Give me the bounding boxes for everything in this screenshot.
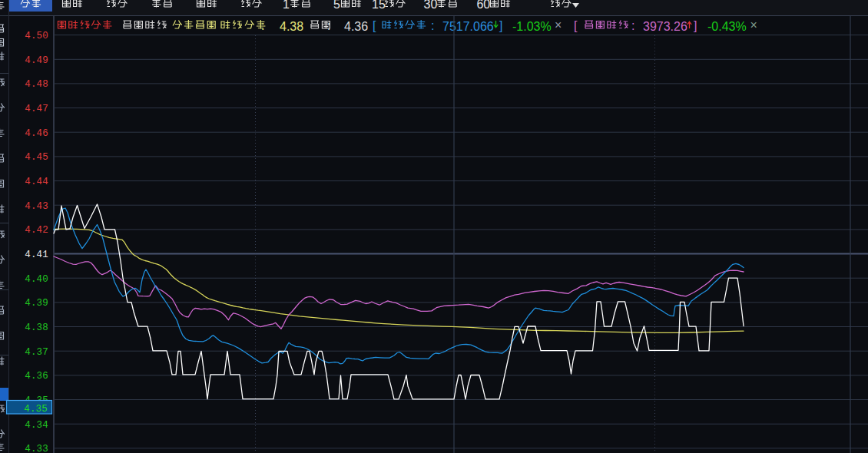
svg-text:4.34: 4.34 — [25, 420, 48, 431]
svg-text:4.42: 4.42 — [25, 225, 48, 236]
svg-text:4.47: 4.47 — [25, 104, 48, 114]
svg-text:4.36: 4.36 — [25, 371, 48, 382]
svg-text:4.50: 4.50 — [25, 31, 48, 41]
svg-text:4.46: 4.46 — [25, 128, 48, 139]
svg-text:4.45: 4.45 — [25, 152, 48, 163]
svg-text:4.37: 4.37 — [25, 347, 48, 358]
svg-text:4.44: 4.44 — [25, 177, 48, 187]
svg-text:4.39: 4.39 — [25, 298, 48, 309]
svg-text:4.40: 4.40 — [25, 274, 48, 285]
svg-text:4.35: 4.35 — [24, 404, 48, 415]
svg-text:4.38: 4.38 — [25, 322, 48, 333]
svg-text:4.48: 4.48 — [25, 79, 48, 90]
svg-text:4.41: 4.41 — [25, 250, 48, 260]
svg-text:4.33: 4.33 — [25, 444, 48, 453]
svg-text:4.49: 4.49 — [25, 55, 48, 66]
svg-text:4.43: 4.43 — [25, 201, 48, 212]
